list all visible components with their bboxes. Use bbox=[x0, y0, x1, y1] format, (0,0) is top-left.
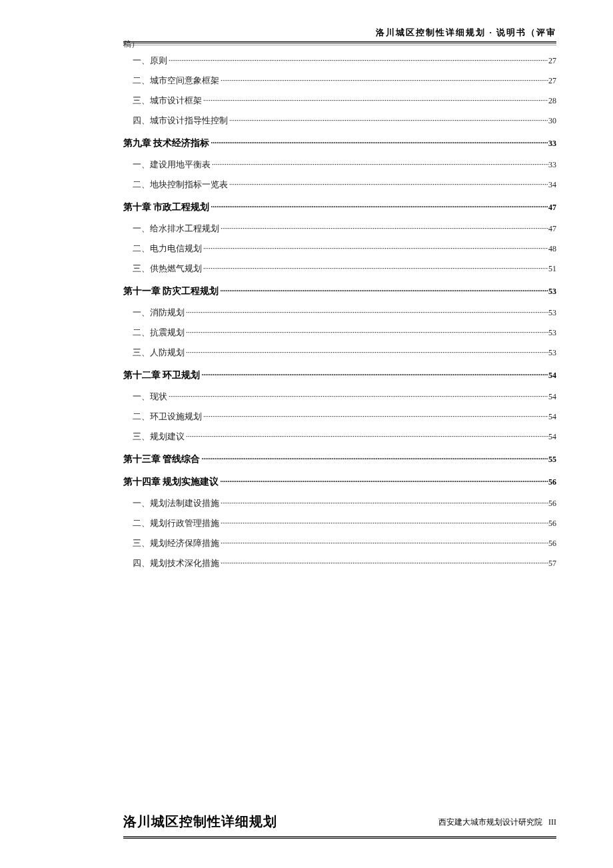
toc-page: 28 bbox=[548, 96, 556, 106]
toc-page: 54 bbox=[548, 432, 556, 442]
toc-leader: ········································… bbox=[219, 477, 548, 485]
table-of-contents: 一、原则····································… bbox=[123, 55, 556, 569]
toc-label: 四、城市设计指导性控制 bbox=[133, 115, 228, 127]
toc-page: 54 bbox=[548, 412, 556, 422]
toc-entry: 二、地块控制指标一览表·····························… bbox=[133, 179, 556, 191]
toc-leader: ········································… bbox=[167, 392, 548, 400]
toc-leader: ········································… bbox=[185, 308, 548, 316]
toc-leader: ········································… bbox=[209, 203, 548, 211]
toc-leader: ········································… bbox=[219, 539, 548, 547]
document-page: 洛川城区控制性详细规划 · 说明书（评审 稿） 一、原则············… bbox=[0, 0, 613, 868]
toc-entry: 一、规划法制建设措施······························… bbox=[133, 497, 556, 509]
toc-entry: 二、环卫设施规划································… bbox=[133, 411, 556, 423]
toc-entry: 一、建设用地平衡表·······························… bbox=[133, 159, 556, 171]
toc-page: 48 bbox=[548, 244, 556, 254]
toc-entry: 三、规划经济保障措施······························… bbox=[133, 537, 556, 549]
toc-entry: 第十章 市政工程规划······························… bbox=[123, 201, 556, 213]
toc-leader: ········································… bbox=[219, 76, 548, 84]
toc-label: 第十三章 管线综合 bbox=[123, 453, 200, 465]
toc-leader: ········································… bbox=[219, 499, 548, 507]
toc-label: 三、规划经济保障措施 bbox=[133, 537, 219, 549]
footer-rule bbox=[123, 836, 556, 839]
toc-page: 56 bbox=[548, 539, 556, 549]
toc-leader: ········································… bbox=[219, 559, 548, 567]
toc-label: 一、规划法制建设措施 bbox=[133, 497, 219, 509]
footer-org-name: 西安建大城市规划设计研究院 bbox=[438, 817, 542, 827]
header-title: 洛川城区控制性详细规划 · 说明书（评审 bbox=[376, 27, 556, 37]
toc-entry: 三、供热燃气规划································… bbox=[133, 263, 556, 275]
toc-label: 一、原则 bbox=[133, 55, 167, 67]
toc-page: 53 bbox=[548, 308, 556, 318]
toc-label: 二、地块控制指标一览表 bbox=[133, 179, 228, 191]
toc-leader: ········································… bbox=[228, 116, 548, 124]
toc-leader: ········································… bbox=[202, 96, 548, 104]
toc-page: 27 bbox=[548, 76, 556, 86]
toc-page: 54 bbox=[548, 392, 556, 402]
toc-leader: ········································… bbox=[185, 432, 548, 440]
toc-page: 30 bbox=[548, 116, 556, 126]
toc-page: 55 bbox=[548, 455, 556, 465]
toc-label: 三、人防规划 bbox=[133, 347, 185, 359]
toc-page: 34 bbox=[548, 180, 556, 190]
toc-label: 第十二章 环卫规划 bbox=[123, 369, 200, 381]
toc-leader: ········································… bbox=[219, 519, 548, 527]
toc-label: 二、城市空间意象框架 bbox=[133, 75, 219, 87]
toc-leader: ········································… bbox=[200, 455, 548, 463]
toc-page: 57 bbox=[548, 559, 556, 569]
toc-page: 47 bbox=[548, 224, 556, 234]
toc-entry: 第十四章 规划实施建议·····························… bbox=[123, 476, 556, 488]
toc-label: 三、城市设计框架 bbox=[133, 95, 202, 107]
toc-page: 33 bbox=[548, 139, 556, 149]
toc-label: 一、现状 bbox=[133, 391, 167, 403]
toc-page: 33 bbox=[548, 160, 556, 170]
toc-leader: ········································… bbox=[200, 371, 548, 379]
toc-label: 二、规划行政管理措施 bbox=[133, 517, 219, 529]
toc-label: 一、建设用地平衡表 bbox=[133, 159, 211, 171]
toc-entry: 第十二章 环卫规划·······························… bbox=[123, 369, 556, 381]
toc-page: 56 bbox=[548, 519, 556, 529]
toc-entry: 一、现状····································… bbox=[133, 391, 556, 403]
toc-page: 54 bbox=[548, 371, 556, 381]
toc-leader: ········································… bbox=[202, 244, 548, 252]
toc-entry: 三、人防规划··································… bbox=[133, 347, 556, 359]
toc-label: 二、环卫设施规划 bbox=[133, 411, 202, 423]
toc-entry: 一、消防规划··································… bbox=[133, 307, 556, 319]
toc-label: 一、给水排水工程规划 bbox=[133, 223, 219, 235]
toc-entry: 二、电力电信规划································… bbox=[133, 243, 556, 255]
footer-org: 西安建大城市规划设计研究院 III bbox=[438, 817, 556, 828]
toc-leader: ········································… bbox=[202, 264, 548, 272]
toc-leader: ········································… bbox=[209, 139, 548, 147]
page-footer: 洛川城区控制性详细规划 西安建大城市规划设计研究院 III bbox=[123, 813, 556, 839]
toc-entry: 第十三章 管线综合·······························… bbox=[123, 453, 556, 465]
toc-page: 27 bbox=[548, 56, 556, 66]
toc-entry: 二、抗震规划··································… bbox=[133, 327, 556, 339]
header-continuation: 稿） bbox=[123, 39, 139, 50]
toc-leader: ········································… bbox=[185, 328, 548, 336]
toc-leader: ········································… bbox=[202, 412, 548, 420]
toc-entry: 第九章 技术经济指标······························… bbox=[123, 137, 556, 149]
toc-entry: 四、规划技术深化措施······························… bbox=[133, 557, 556, 569]
toc-label: 一、消防规划 bbox=[133, 307, 185, 319]
toc-leader: ········································… bbox=[219, 224, 548, 232]
toc-label: 三、规划建议 bbox=[133, 431, 185, 443]
toc-label: 二、电力电信规划 bbox=[133, 243, 202, 255]
toc-page: 53 bbox=[548, 328, 556, 338]
toc-page: 56 bbox=[548, 477, 556, 487]
toc-entry: 一、原则····································… bbox=[133, 55, 556, 67]
toc-entry: 第十一章 防灾工程规划·····························… bbox=[123, 285, 556, 297]
toc-entry: 二、规划行政管理措施······························… bbox=[133, 517, 556, 529]
toc-leader: ········································… bbox=[219, 287, 548, 295]
toc-leader: ········································… bbox=[167, 56, 548, 64]
toc-leader: ········································… bbox=[211, 160, 548, 168]
toc-leader: ········································… bbox=[185, 348, 548, 356]
toc-page: 53 bbox=[548, 287, 556, 297]
toc-page: 51 bbox=[548, 264, 556, 274]
toc-label: 第十一章 防灾工程规划 bbox=[123, 285, 219, 297]
toc-label: 第九章 技术经济指标 bbox=[123, 137, 209, 149]
toc-entry: 四、城市设计指导性控制·····························… bbox=[133, 115, 556, 127]
toc-entry: 三、规划建议··································… bbox=[133, 431, 556, 443]
toc-label: 三、供热燃气规划 bbox=[133, 263, 202, 275]
toc-page: 56 bbox=[548, 499, 556, 509]
toc-entry: 一、给水排水工程规划······························… bbox=[133, 223, 556, 235]
page-header: 洛川城区控制性详细规划 · 说明书（评审 bbox=[123, 27, 556, 41]
